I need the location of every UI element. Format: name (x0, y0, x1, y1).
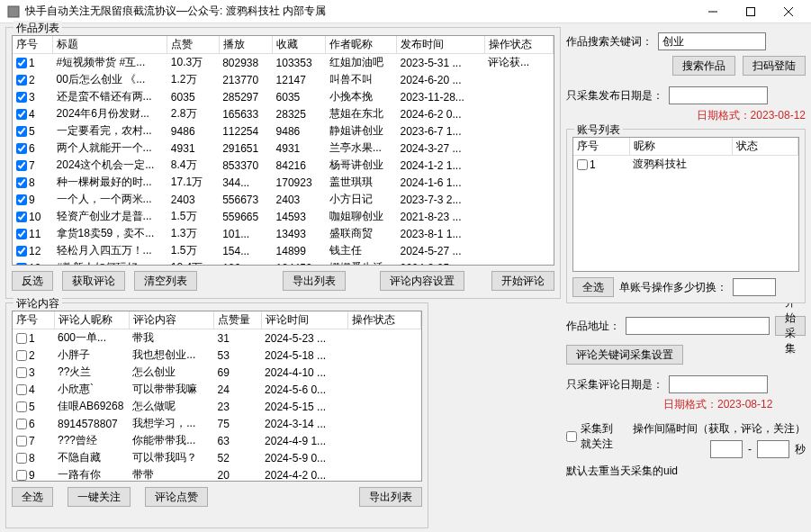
interval-from-input[interactable] (710, 440, 743, 458)
table-row[interactable]: 5一定要看完，农村...94861122549486静姐讲创业2023-6-7 … (13, 122, 554, 140)
column-header[interactable]: 标题 (53, 36, 167, 54)
accounts-grid[interactable]: 序号昵称状态 1渡鸦科技社 (572, 137, 799, 272)
collect-comment-date-input[interactable] (669, 375, 768, 393)
table-row[interactable]: 9一个人，一个两米...24035566732403小方日记2023-7-3 2… (13, 191, 554, 208)
table-row[interactable]: 3??火兰怎么创业692024-4-10 ... (13, 364, 421, 381)
table-row[interactable]: 9一路有你带带202024-4-2 0... (13, 466, 421, 482)
row-checkbox[interactable] (16, 246, 27, 257)
row-checkbox[interactable] (16, 419, 27, 429)
row-checkbox[interactable] (16, 58, 27, 68)
column-header[interactable]: 播放 (219, 36, 272, 54)
column-header[interactable]: 序号 (13, 36, 53, 54)
row-checkbox[interactable] (577, 159, 588, 170)
table-row[interactable]: 72024这个机会一定...8.4万85337084216杨哥讲创业2024-1… (13, 157, 554, 174)
column-header[interactable]: 序号 (573, 138, 629, 156)
column-header[interactable]: 作者昵称 (326, 36, 397, 54)
start-comment-button[interactable]: 开始评论 (491, 271, 554, 291)
table-row[interactable]: 10轻资产创业才是普...1.5万55966514593咖姐聊创业2021-8-… (13, 208, 554, 225)
column-header[interactable]: 评论时间 (261, 311, 347, 329)
column-header[interactable]: 操作状态 (347, 311, 420, 329)
collect-comment-date-label: 只采集评论日期是： (566, 377, 663, 392)
works-legend: 作品列表 (14, 21, 62, 36)
comments-grid[interactable]: 序号评论人昵称评论内容点赞量评论时间操作状态 1600一单...带我312024… (12, 311, 422, 482)
table-row[interactable]: 1渡鸦科技社 (573, 156, 798, 174)
single-account-switch-input[interactable] (733, 278, 776, 296)
column-header[interactable]: 昵称 (629, 138, 732, 156)
get-comments-button[interactable]: 获取评论 (62, 271, 125, 291)
table-row[interactable]: 12轻松月入四五万！...1.5万154...14899钱主任2024-5-27… (13, 242, 554, 259)
row-checkbox[interactable] (16, 92, 27, 103)
table-row[interactable]: 5佳哏AB69268怎么做呢232024-5-15 ... (13, 398, 421, 415)
close-button[interactable] (770, 1, 807, 23)
select-all-accounts-button[interactable]: 全选 (572, 277, 614, 297)
row-checkbox[interactable] (16, 263, 27, 266)
collect-publish-date-input[interactable] (669, 86, 768, 104)
export-comments-button[interactable]: 导出列表 (359, 487, 422, 507)
row-checkbox[interactable] (16, 367, 27, 378)
table-row[interactable]: 4小欣惠`可以带带我嘛242024-5-6 0... (13, 381, 421, 398)
maximize-button[interactable] (732, 1, 770, 23)
table-row[interactable]: 200后怎么创业 《...1.2万21377012147叫兽不叫2024-6-2… (13, 71, 554, 88)
row-checkbox[interactable] (16, 143, 27, 154)
table-row[interactable]: 3还是蛮不错还有两...60352852976035小挽本挽2023-11-28… (13, 88, 554, 105)
table-row[interactable]: 7???曾经你能带带我...632024-4-9 1... (13, 432, 421, 449)
row-checkbox[interactable] (16, 229, 27, 239)
row-checkbox[interactable] (16, 109, 27, 120)
row-checkbox[interactable] (16, 333, 27, 344)
comment-settings-button[interactable]: 评论内容设置 (380, 271, 464, 291)
minimize-button[interactable] (694, 1, 732, 23)
column-header[interactable]: 评论内容 (129, 311, 213, 329)
column-header[interactable]: 评论人昵称 (54, 311, 129, 329)
row-checkbox[interactable] (16, 401, 27, 412)
column-header[interactable]: 点赞 (167, 36, 219, 54)
invert-select-button[interactable]: 反选 (12, 271, 53, 291)
table-row[interactable]: 2小胖子我也想创业...532024-5-18 ... (13, 347, 421, 364)
row-checkbox[interactable] (16, 194, 27, 205)
row-checkbox[interactable] (16, 177, 27, 188)
row-checkbox[interactable] (16, 436, 27, 446)
column-header[interactable]: 点赞量 (213, 311, 261, 329)
date-format-hint-2: 日期格式：2023-08-12 (663, 397, 772, 412)
select-all-comments-button[interactable]: 全选 (12, 487, 53, 507)
table-row[interactable]: 8种一棵树最好的时...17.1万344...170923盖世琪琪2024-1-… (13, 174, 554, 191)
collect-publish-date-label: 只采集发布日期是： (566, 88, 663, 104)
row-checkbox[interactable] (16, 453, 27, 464)
column-header[interactable]: 状态 (732, 138, 797, 156)
row-checkbox[interactable] (16, 160, 27, 171)
column-header[interactable]: 序号 (13, 311, 54, 329)
export-works-button[interactable]: 导出列表 (283, 271, 346, 291)
work-url-input[interactable] (626, 317, 770, 335)
interval-to-input[interactable] (757, 440, 789, 458)
table-row[interactable]: 42024年6月份发财...2.8万16563328325慧姐在东北2024-6… (13, 105, 554, 122)
collect-then-follow-checkbox[interactable]: 采集到就关注 (566, 421, 622, 452)
scan-login-button[interactable]: 扫码登陆 (743, 56, 806, 76)
table-row[interactable]: 1600一单...带我312024-5-23 ... (13, 329, 421, 347)
search-works-button[interactable]: 搜索作品 (672, 56, 735, 76)
row-checkbox[interactable] (16, 384, 27, 395)
clear-list-button[interactable]: 清空列表 (134, 271, 197, 291)
accounts-group: 账号列表 序号昵称状态 1渡鸦科技社 全选 单账号操作多少切换： (566, 129, 806, 303)
table-row[interactable]: 6两个人就能开一个...49312916514931兰亭水果...2024-3-… (13, 140, 554, 157)
table-row[interactable]: 68914578807我想学习，...752024-3-14 ... (13, 415, 421, 432)
table-row[interactable]: 1#短视频带货 #互...10.3万802938103353红姐加油吧2023-… (13, 54, 554, 72)
column-header[interactable]: 收藏 (273, 36, 326, 54)
column-header[interactable]: 操作状态 (484, 36, 553, 54)
interval-seconds-label: 秒 (795, 442, 806, 457)
like-comment-button[interactable]: 评论点赞 (145, 487, 208, 507)
table-row[interactable]: 11拿货18卖59，卖不...1.3万101...13493盛联商贸2023-8… (13, 225, 554, 242)
row-checkbox[interactable] (16, 350, 27, 361)
row-checkbox[interactable] (16, 75, 27, 86)
comment-keyword-settings-button[interactable]: 评论关键词采集设置 (566, 345, 683, 365)
start-collect-button[interactable]: 开始采集 (775, 316, 806, 336)
search-keyword-input[interactable] (658, 32, 766, 50)
table-row[interactable]: 13#教新人如何玩好...12.4万126...124459姗姗爱生活2024-… (13, 259, 554, 266)
row-checkbox[interactable] (16, 470, 27, 481)
default-dedupe-label: 默认去重当天采集的uid (566, 464, 678, 479)
table-row[interactable]: 8不隐自藏可以带我吗？522024-5-9 0... (13, 449, 421, 466)
column-header[interactable]: 发布时间 (396, 36, 484, 54)
interval-label: 操作间隔时间（获取，评论，关注） (633, 421, 806, 437)
one-click-like-button[interactable]: 一键关注 (68, 487, 131, 507)
works-grid[interactable]: 序号标题点赞播放收藏作者昵称发布时间操作状态 1#短视频带货 #互...10.3… (12, 35, 554, 266)
row-checkbox[interactable] (16, 126, 27, 137)
row-checkbox[interactable] (16, 212, 27, 222)
